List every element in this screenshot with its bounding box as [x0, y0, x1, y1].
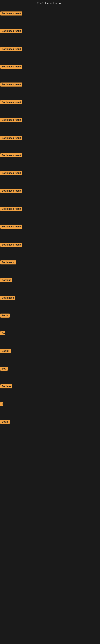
bottleneck-item: Bottleneck result — [0, 82, 22, 87]
bottleneck-item: Bottleneck result — [0, 153, 22, 158]
bottleneck-item: Bottleneck result — [0, 207, 22, 212]
bottleneck-item: Bottleneck result — [0, 224, 22, 230]
bottleneck-badge[interactable]: Bottleneck r — [0, 260, 16, 264]
bottleneck-badge[interactable]: Bottleneck result — [0, 243, 22, 247]
bottleneck-badge[interactable]: Bottleneck result — [0, 207, 22, 211]
bottleneck-item: Bottleneck result — [0, 100, 22, 105]
bottleneck-badge[interactable]: Bottleneck result — [0, 189, 22, 193]
bottleneck-badge[interactable]: Bottleneck result — [0, 153, 22, 158]
bottleneck-badge[interactable]: Bottleneck result — [0, 47, 22, 51]
bottleneck-badge[interactable]: Bott — [0, 367, 8, 371]
bottleneck-item: Bott — [0, 367, 8, 372]
bottleneck-badge[interactable]: Bottle — [0, 420, 10, 424]
site-header: TheBottlenecker.com — [0, 0, 100, 6]
bottleneck-item: Bottle — [0, 420, 10, 425]
bottleneck-item: Bottler — [0, 349, 11, 354]
bottleneck-item: Bottleneck r — [0, 260, 16, 265]
bottleneck-item: Bottlene — [0, 278, 12, 283]
bottleneck-item: Bottleneck result — [0, 136, 22, 141]
bottleneck-badge[interactable]: Bottler — [0, 349, 11, 353]
bottleneck-item: Bottleneck — [0, 296, 15, 301]
bottleneck-item: B — [0, 402, 3, 407]
bottleneck-item: Bottleneck result — [0, 12, 22, 16]
bottleneck-badge[interactable]: Bottleneck — [0, 296, 15, 300]
bottleneck-item: Bottlene — [0, 384, 12, 389]
bottleneck-item: Bottleneck result — [0, 118, 22, 123]
bottleneck-badge[interactable]: Bottleneck result — [0, 29, 22, 33]
bottleneck-badge[interactable]: Bottlene — [0, 278, 12, 282]
bottleneck-badge[interactable]: Bottleneck result — [0, 224, 22, 228]
bottleneck-badge[interactable]: B — [0, 402, 3, 406]
bottleneck-badge[interactable]: Bottleneck result — [0, 136, 22, 140]
bottleneck-badge[interactable]: Bottleneck result — [0, 82, 22, 86]
bottleneck-badge[interactable]: Bottle — [0, 314, 10, 318]
bottleneck-item: Bottleneck result — [0, 29, 22, 34]
bottleneck-item: Bottleneck result — [0, 189, 22, 194]
bottleneck-item: Bottle — [0, 314, 10, 318]
bottleneck-item: Bottleneck result — [0, 64, 22, 70]
bottleneck-item: Bo — [0, 331, 5, 336]
bottleneck-item: Bottleneck result — [0, 171, 22, 176]
bottleneck-badge[interactable]: Bo — [0, 331, 5, 335]
bottleneck-badge[interactable]: Bottleneck result — [0, 64, 22, 69]
bottleneck-badge[interactable]: Bottleneck result — [0, 12, 22, 16]
bottleneck-badge[interactable]: Bottleneck result — [0, 171, 22, 175]
site-title: TheBottlenecker.com — [37, 2, 63, 5]
bottleneck-badge[interactable]: Bottleneck result — [0, 118, 22, 122]
bottleneck-item: Bottleneck result — [0, 47, 22, 52]
bottleneck-item: Bottleneck result — [0, 243, 22, 248]
bottleneck-badge[interactable]: Bottleneck result — [0, 100, 22, 104]
bottleneck-badge[interactable]: Bottlene — [0, 384, 12, 388]
